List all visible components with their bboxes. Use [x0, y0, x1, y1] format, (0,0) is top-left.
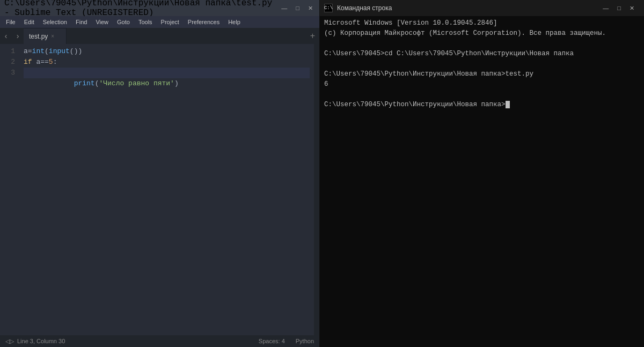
cmd-line-7	[324, 90, 640, 100]
code-editor-area[interactable]: 1 2 3 a=int(input()) if a==5: print('Чис…	[0, 44, 319, 335]
tab-nav-forward[interactable]: ›	[12, 28, 24, 44]
tab-nav-back[interactable]: ‹	[0, 28, 12, 44]
indentation-mode[interactable]: Spaces: 4	[259, 338, 285, 344]
sublime-tabbar: ‹ › test.py × +	[0, 28, 319, 44]
line-num-2: 2	[0, 57, 15, 68]
menu-file[interactable]: File	[2, 18, 19, 26]
cursor-position: Line 3, Column 30	[17, 338, 65, 344]
cmd-minimize-button[interactable]: —	[599, 5, 612, 12]
tab-label: test.py	[29, 33, 48, 40]
cmd-window: C:\ Командная строка — □ ✕ Microsoft Win…	[320, 0, 644, 347]
cmd-maximize-button[interactable]: □	[614, 5, 624, 12]
menu-project[interactable]: Project	[157, 18, 183, 26]
tab-close-button[interactable]: ×	[51, 33, 54, 39]
menu-tools[interactable]: Tools	[135, 18, 156, 26]
cmd-cursor	[506, 101, 510, 108]
code-line-2: if a==5:	[24, 57, 310, 68]
line-num-3: 3	[0, 68, 15, 78]
sublime-window-controls: — □ ✕	[279, 5, 315, 12]
sublime-maximize-button[interactable]: □	[294, 5, 302, 12]
statusbar-right: Spaces: 4 Python	[259, 338, 314, 344]
sublime-text-window: C:\Users\79045\Python\Инструкции\Новая п…	[0, 0, 320, 347]
sublime-minimize-button[interactable]: —	[279, 5, 289, 12]
sublime-close-button[interactable]: ✕	[306, 5, 315, 12]
sublime-title: C:\Users\79045\Python\Инструкции\Новая п…	[4, 0, 279, 18]
tab-test-py[interactable]: test.py ×	[24, 28, 67, 44]
line-numbers-gutter: 1 2 3	[0, 44, 19, 335]
cmd-output[interactable]: Microsoft Windows [Version 10.0.19045.28…	[320, 16, 644, 347]
cmd-window-controls: — □ ✕	[599, 5, 638, 12]
line-num-1: 1	[0, 46, 15, 57]
cmd-line-6: 6	[324, 79, 640, 90]
cmd-line-2	[324, 39, 640, 49]
sublime-statusbar: ◁▷ Line 3, Column 30 Spaces: 4 Python	[0, 335, 319, 347]
git-icon: ◁▷	[5, 338, 14, 345]
sublime-titlebar: C:\Users\79045\Python\Инструкции\Новая п…	[0, 0, 319, 16]
menu-edit[interactable]: Edit	[20, 18, 38, 26]
code-line-3: print('Число равно пяти')	[24, 68, 310, 78]
cmd-titlebar: C:\ Командная строка — □ ✕	[320, 0, 644, 16]
code-content[interactable]: a=int(input()) if a==5: print('Число рав…	[19, 44, 314, 335]
menu-help[interactable]: Help	[224, 18, 244, 26]
cmd-line-4	[324, 59, 640, 69]
code-line-1: a=int(input())	[24, 46, 310, 57]
menu-preferences[interactable]: Preferences	[184, 18, 223, 26]
cmd-line-0: Microsoft Windows [Version 10.0.19045.28…	[324, 18, 640, 28]
cmd-line-5: C:\Users\79045\Python\Инструкции\Новая п…	[324, 69, 640, 79]
statusbar-left: ◁▷ Line 3, Column 30	[5, 338, 65, 345]
cmd-titlebar-left: C:\ Командная строка	[324, 4, 392, 12]
menu-selection[interactable]: Selection	[39, 18, 71, 26]
tab-add-button[interactable]: +	[306, 28, 319, 44]
cmd-close-button[interactable]: ✕	[626, 5, 638, 12]
cmd-app-icon: C:\	[324, 4, 333, 12]
menu-view[interactable]: View	[92, 18, 112, 26]
menu-find[interactable]: Find	[72, 18, 91, 26]
cmd-line-3: C:\Users\79045>cd C:\Users\79045\Python\…	[324, 49, 640, 59]
minimap[interactable]	[314, 44, 319, 335]
cmd-line-1: (с) Корпорация Майкрософт (Microsoft Cor…	[324, 28, 640, 39]
cmd-window-title: Командная строка	[337, 4, 392, 12]
cmd-line-8: C:\Users\79045\Python\Инструкции\Новая п…	[324, 100, 640, 110]
language-mode[interactable]: Python	[296, 338, 314, 344]
sublime-menubar: File Edit Selection Find View Goto Tools…	[0, 16, 319, 28]
menu-goto[interactable]: Goto	[113, 18, 134, 26]
